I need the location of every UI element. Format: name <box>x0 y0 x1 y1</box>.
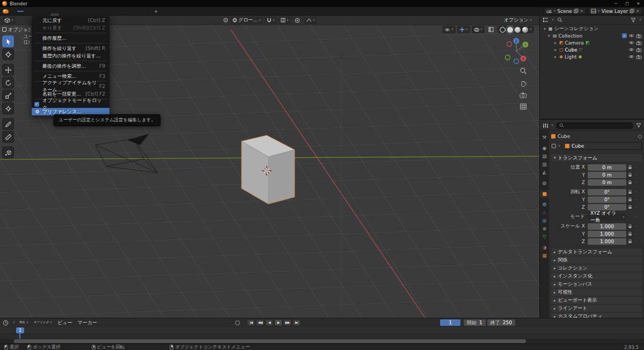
exclude-checkbox[interactable]: ✓ <box>622 33 627 38</box>
disclosure-icon[interactable] <box>543 27 547 31</box>
tool-add-cube-button[interactable] <box>2 147 14 158</box>
workspace-tab[interactable] <box>105 13 114 16</box>
tool-transform-button[interactable] <box>2 103 14 114</box>
workspace-tab[interactable] <box>96 13 105 16</box>
object-name-field[interactable]: Cube <box>562 142 642 150</box>
properties-tab[interactable]: ⚙ <box>540 201 549 209</box>
remove-view-layer-icon[interactable]: ✕ <box>636 9 639 13</box>
overlays-dropdown[interactable]: ∨ <box>472 26 485 33</box>
frame-start-field[interactable]: 開始 1 <box>464 319 486 326</box>
outliner-row[interactable]: Cube ✓ <box>540 46 644 53</box>
editor-type-button[interactable]: ∨ <box>2 17 16 24</box>
disclosure-icon[interactable] <box>553 41 558 45</box>
proportional-falloff-dropdown[interactable]: ∨ <box>304 17 317 24</box>
timeline-track-area[interactable] <box>0 334 644 338</box>
disclosure-icon[interactable] <box>547 34 551 38</box>
lock-icon[interactable] <box>626 205 634 209</box>
frame-end-field[interactable]: 終了 250 <box>487 319 515 326</box>
menubar-item[interactable] <box>17 11 24 12</box>
animate-dot[interactable]: · <box>634 172 638 178</box>
animate-dot[interactable]: · <box>634 180 638 185</box>
outliner-row[interactable]: Light ✓ <box>540 53 644 60</box>
menu-item[interactable]: 名前を一括変更... [Ctrl] F2 <box>32 90 109 98</box>
lock-icon[interactable] <box>626 172 634 177</box>
filter-icon[interactable] <box>631 18 636 23</box>
transform-pivot-icon[interactable] <box>223 17 229 23</box>
workspace-tab[interactable] <box>69 13 78 16</box>
camera-toggle-icon[interactable] <box>636 55 642 59</box>
play-reverse-button[interactable]: ◀ <box>265 319 273 326</box>
timeline-menu-item[interactable]: キーイング <box>34 321 52 324</box>
menu-item[interactable]: オブジェクトモードをロック <box>32 100 109 108</box>
snap-target-dropdown[interactable]: ∨ <box>279 17 291 24</box>
outliner-row[interactable]: Camera ✓ <box>540 39 644 46</box>
timeline-scrollbar[interactable] <box>0 339 644 344</box>
value-field[interactable]: 1.000 <box>588 238 626 245</box>
camera-toggle-icon[interactable] <box>636 48 642 52</box>
play-button[interactable]: ▶ <box>274 319 282 326</box>
value-field[interactable]: 0 m <box>588 179 626 186</box>
properties-tab[interactable]: ◭ <box>540 169 549 177</box>
panel-section-header[interactable]: コレクション <box>551 265 642 272</box>
auto-keying-toggle[interactable] <box>235 320 240 325</box>
camera-toggle-icon[interactable] <box>636 34 642 38</box>
animate-dot[interactable]: · <box>634 231 638 237</box>
tool-cursor-button[interactable] <box>2 48 14 60</box>
jump-to-start-button[interactable]: |◀ <box>247 319 255 326</box>
timeline-ruler[interactable]: 1 <box>0 327 644 334</box>
camera-view-icon[interactable] <box>519 92 527 98</box>
add-workspace-button[interactable]: + <box>151 9 162 14</box>
panel-section-header[interactable]: ビューポート表示 <box>551 297 642 304</box>
menu-item[interactable]: メニュー検索... F3 <box>32 72 109 80</box>
lock-icon[interactable] <box>626 197 634 202</box>
tool-move-button[interactable] <box>2 64 14 76</box>
minimize-button[interactable]: ─ <box>610 0 621 7</box>
menu-item[interactable]: 最後の操作を調整... F9 <box>32 62 109 70</box>
animate-dot[interactable]: · <box>634 214 638 220</box>
scrollbar-thumb[interactable] <box>14 339 526 343</box>
properties-search-input[interactable] <box>556 122 633 129</box>
transform-orientation-dropdown[interactable]: グロー... ∨ <box>230 17 263 24</box>
shading-wireframe-button[interactable] <box>500 27 506 33</box>
value-field[interactable]: 1.000 <box>588 223 626 230</box>
panel-section-header[interactable]: デルタトランスフォーム <box>551 249 642 256</box>
object-browse-icon[interactable] <box>551 143 557 149</box>
workspace-tab[interactable] <box>142 13 151 16</box>
show-object-types-dropdown[interactable]: ∨ <box>442 26 456 33</box>
jump-to-end-button[interactable]: ▶| <box>292 319 301 326</box>
playhead[interactable]: 1 <box>16 327 24 333</box>
blender-menu-icon[interactable] <box>3 9 9 13</box>
properties-tab[interactable]: ▽ <box>540 233 549 241</box>
value-field[interactable]: 0 m <box>588 164 626 171</box>
lock-icon[interactable] <box>626 180 634 185</box>
navigation-gizmo[interactable]: Z Y X <box>501 35 531 65</box>
panel-section-header[interactable]: モーションパス <box>551 281 642 288</box>
workspace-tab[interactable] <box>60 13 69 16</box>
shading-material-button[interactable] <box>515 27 521 33</box>
viewport-3d[interactable]: ∨ グロー... ∨ ∨ ∨ ∨ <box>0 16 539 318</box>
pin-icon[interactable] <box>638 135 642 138</box>
tool-annotate-button[interactable] <box>2 118 14 130</box>
camera-toggle-icon[interactable] <box>636 41 642 45</box>
properties-tab[interactable]: ■ <box>540 190 549 198</box>
menu-item[interactable]: 履歴内の操作を繰り返す... <box>32 52 109 60</box>
properties-tab[interactable]: ∴ <box>540 209 549 217</box>
previous-keyframe-button[interactable]: ◀◀ <box>256 319 264 326</box>
mode-dropdown[interactable]: オブジェク <box>2 26 31 33</box>
editor-outliner-icon[interactable] <box>543 17 548 23</box>
transform-panel-header[interactable]: トランスフォーム <box>551 154 642 162</box>
panel-section-header[interactable]: ラインアート <box>551 305 642 312</box>
value-field[interactable]: 0° <box>588 189 626 195</box>
lock-icon[interactable] <box>626 165 634 170</box>
eye-icon[interactable] <box>628 48 634 52</box>
animate-dot[interactable]: · <box>634 197 638 202</box>
shading-rendered-button[interactable] <box>522 27 528 33</box>
value-field[interactable]: XYZ オイラー角 <box>588 214 626 220</box>
timeline-menu-item[interactable]: 再生 <box>19 321 28 324</box>
orthographic-grid-icon[interactable] <box>519 103 527 110</box>
outliner-row[interactable]: Collection ✓ <box>540 32 644 39</box>
animate-dot[interactable]: · <box>634 189 638 195</box>
properties-tab[interactable]: ⚒ <box>540 134 549 142</box>
gizmos-dropdown[interactable]: ∨ <box>457 26 470 33</box>
tool-measure-button[interactable] <box>2 131 14 143</box>
